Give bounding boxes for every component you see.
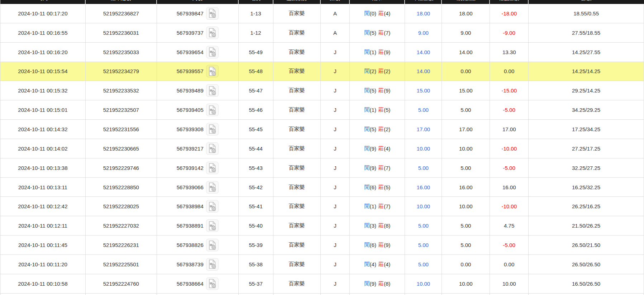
banker-label: 莊: [378, 165, 384, 171]
table-row[interactable]: 2024-10-11 00:11:45 521952226231 5679388…: [0, 235, 644, 255]
table-row[interactable]: 2024-10-11 00:16:20 521952235033 5679396…: [0, 43, 644, 62]
banker-label: 莊: [378, 280, 384, 287]
round-number-text: 567938891: [177, 223, 204, 229]
video-replay-button[interactable]: [206, 181, 219, 194]
table-row[interactable]: 2024-10-11 00:12:11 521952227032 5679388…: [0, 216, 644, 235]
cell-bet-amount: 14.00: [405, 43, 442, 62]
video-replay-button[interactable]: [206, 162, 219, 174]
cell-time: 2024-10-11 00:12:42: [0, 197, 86, 216]
cell-game-type: 百家樂: [273, 197, 321, 216]
table-row[interactable]: 2024-10-11 00:15:32 521952233532 5679394…: [0, 81, 644, 100]
video-replay-button[interactable]: [206, 46, 219, 58]
cell-session: 55-44: [239, 139, 273, 158]
table-row[interactable]: 2024-10-11 00:14:32 521952231556 5679393…: [0, 120, 644, 139]
bet-amount-link[interactable]: 5.00: [418, 165, 429, 171]
cell-session: 55-37: [239, 274, 273, 293]
table-row[interactable]: 2024-10-11 00:13:11 521952228850 5679390…: [0, 178, 644, 197]
bet-amount-link[interactable]: 5.00: [418, 242, 429, 248]
cell-balance: 29.25/14.25: [529, 81, 644, 100]
video-replay-button[interactable]: [206, 7, 219, 20]
bet-amount-link[interactable]: 10.00: [417, 281, 430, 287]
cell-table-code: J: [321, 100, 350, 119]
cell-win-loss: -9.00: [490, 23, 529, 42]
video-replay-button[interactable]: [206, 277, 219, 290]
col-header-balance: 餘額: [529, 0, 644, 4]
table-row[interactable]: 2024-10-11 00:15:54 521952234279 5679395…: [0, 62, 644, 81]
cell-bet-amount: 10.00: [405, 197, 442, 216]
cell-valid-bet: 16.00: [442, 178, 490, 197]
cell-balance: 17.25/34.25: [529, 120, 644, 139]
cell-bet-amount: 5.00: [405, 216, 442, 235]
video-replay-button[interactable]: [206, 258, 219, 271]
cell-bet-number: 521952236031: [86, 23, 157, 42]
cell-session: 55-48: [239, 62, 273, 81]
bet-amount-link[interactable]: 16.00: [417, 184, 430, 190]
cell-bet-number: 521952232507: [86, 100, 157, 119]
cell-game-type: 百家樂: [273, 23, 321, 42]
table-row[interactable]: 2024-10-11 00:10:58 521952224760 5679386…: [0, 274, 644, 294]
cell-result: 閒(0)莊(4): [350, 4, 405, 23]
cell-table-code: J: [321, 43, 350, 62]
player-points: (9): [370, 146, 376, 152]
bet-amount-link[interactable]: 17.00: [417, 126, 430, 132]
video-replay-button[interactable]: [206, 65, 219, 77]
table-row[interactable]: 2024-10-11 00:15:01 521952232507 5679394…: [0, 100, 644, 120]
cell-valid-bet: 0.00: [442, 255, 490, 274]
bet-amount-link[interactable]: 18.00: [417, 10, 430, 16]
cell-table-code: J: [321, 197, 350, 216]
bet-amount-link[interactable]: 10.00: [417, 146, 430, 152]
bet-amount-link[interactable]: 14.00: [417, 68, 430, 74]
bet-amount-link[interactable]: 15.00: [417, 87, 430, 94]
cell-bet-number: 521952230665: [86, 139, 157, 158]
col-header-bet-amount: 下注金額: [405, 0, 442, 4]
bet-amount-link[interactable]: 9.00: [418, 30, 429, 36]
banker-points: (4): [384, 261, 390, 267]
video-replay-button[interactable]: [206, 200, 219, 213]
player-label: 閒: [364, 106, 370, 113]
cell-balance: 27.55/18.55: [529, 23, 644, 42]
video-replay-button[interactable]: [206, 27, 219, 39]
table-row[interactable]: 2024-10-11 00:11:20 521952225501 5679387…: [0, 255, 644, 274]
banker-label: 莊: [378, 242, 384, 248]
bet-amount-link[interactable]: 5.00: [418, 107, 429, 113]
cell-valid-bet: 15.00: [442, 81, 490, 100]
video-replay-button[interactable]: [206, 123, 219, 135]
cell-balance: 26.50/26.50: [529, 255, 644, 274]
cell-valid-bet: 18.00: [442, 4, 490, 23]
cell-round-number: 567939142: [157, 158, 239, 177]
table-header-row: 時間 注單編號 局號 場次 遊戲類別 桌號 結果 下注金額 有效投注 輸贏金額 …: [0, 0, 644, 4]
video-replay-button[interactable]: [206, 142, 219, 155]
cell-round-number: 567939405: [157, 100, 239, 119]
cell-table-code: J: [321, 81, 350, 100]
bet-amount-link[interactable]: 14.00: [417, 49, 430, 55]
col-header-round-number: 局號: [157, 0, 239, 4]
round-number-text: 567939654: [177, 49, 204, 55]
cell-game-type: 百家樂: [273, 120, 321, 139]
cell-result: 閒(4)莊(4): [350, 255, 405, 274]
cell-game-type: 百家樂: [273, 139, 321, 158]
table-row[interactable]: 2024-10-11 00:13:38 521952229746 5679391…: [0, 158, 644, 178]
table-row[interactable]: 2024-10-11 00:12:42 521952228025 5679389…: [0, 197, 644, 216]
cell-game-type: 百家樂: [273, 43, 321, 62]
cell-bet-amount: 5.00: [405, 255, 442, 274]
bet-amount-link[interactable]: 5.00: [418, 261, 429, 267]
cell-round-number: 567938984: [157, 197, 239, 216]
bet-amount-link[interactable]: 5.00: [418, 223, 429, 229]
video-replay-button[interactable]: [206, 219, 219, 232]
round-number-text: 567939489: [177, 87, 204, 94]
table-row[interactable]: 2024-10-11 00:16:55 521952236031 5679397…: [0, 23, 644, 43]
cell-bet-amount: 18.00: [405, 4, 442, 23]
video-file-icon: [208, 124, 216, 134]
video-replay-button[interactable]: [206, 84, 219, 97]
round-number-text: 567939308: [177, 126, 204, 132]
bet-amount-link[interactable]: 10.00: [417, 203, 430, 209]
table-row[interactable]: 2024-10-11 00:17:20 521952236827 5679398…: [0, 4, 644, 23]
table-row[interactable]: 2024-10-11 00:14:02 521952230665 5679392…: [0, 139, 644, 158]
banker-points: (4): [384, 146, 390, 152]
cell-session: 1-13: [239, 4, 273, 23]
banker-points: (9): [384, 87, 390, 94]
cell-session: 55-42: [239, 178, 273, 197]
banker-label: 莊: [378, 106, 384, 113]
video-replay-button[interactable]: [206, 104, 219, 116]
video-replay-button[interactable]: [206, 239, 219, 251]
